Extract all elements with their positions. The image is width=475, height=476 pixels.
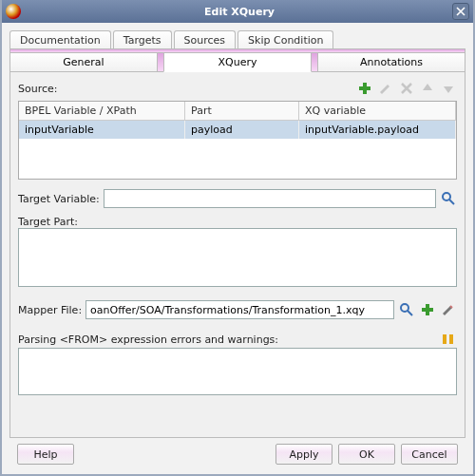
svg-rect-8 — [443, 334, 446, 344]
target-part-box[interactable] — [18, 228, 457, 287]
add-icon[interactable] — [356, 80, 373, 97]
move-down-icon[interactable] — [440, 80, 457, 97]
warnings-icon[interactable] — [440, 331, 457, 348]
secondary-tabs: Documentation Targets Sources Skip Condi… — [10, 30, 466, 49]
help-button[interactable]: Help — [17, 444, 74, 465]
edit-icon[interactable] — [377, 80, 394, 97]
target-variable-label: Target Variable: — [18, 193, 100, 205]
svg-rect-1 — [359, 86, 370, 90]
new-mapper-icon[interactable] — [419, 301, 436, 318]
mapper-file-label: Mapper File: — [18, 304, 82, 316]
tab-xquery[interactable]: XQuery — [163, 52, 312, 72]
svg-rect-7 — [422, 308, 433, 312]
cell-part: payload — [185, 121, 299, 139]
table-row[interactable]: inputVariable payload inputVariable.payl… — [19, 121, 456, 139]
col-bpel-header: BPEL Variable / XPath — [19, 102, 185, 121]
ok-button[interactable]: OK — [338, 444, 395, 465]
move-up-icon[interactable] — [419, 80, 436, 97]
edit-mapper-icon[interactable] — [440, 301, 457, 318]
primary-tabs: General XQuery Annotations — [10, 52, 466, 72]
cancel-button[interactable]: Cancel — [401, 444, 458, 465]
mapper-file-input[interactable] — [86, 300, 394, 319]
app-icon — [6, 4, 21, 19]
svg-point-4 — [401, 304, 408, 312]
col-part-header: Part — [185, 102, 299, 121]
target-part-label: Target Part: — [18, 216, 78, 228]
svg-rect-9 — [449, 334, 453, 344]
xquery-panel: Source: — [10, 72, 466, 438]
tab-documentation[interactable]: Documentation — [10, 30, 111, 49]
delete-icon[interactable] — [398, 80, 415, 97]
apply-button[interactable]: Apply — [276, 444, 332, 465]
dialog-window: Edit XQuery Documentation Targets Source… — [0, 0, 475, 476]
svg-line-5 — [408, 311, 412, 315]
col-xq-header: XQ variable — [299, 102, 456, 121]
window-close-button[interactable] — [452, 3, 469, 20]
svg-point-2 — [443, 193, 450, 200]
source-table[interactable]: BPEL Variable / XPath Part XQ variable i… — [18, 101, 457, 180]
tab-general[interactable]: General — [10, 52, 158, 72]
cell-xq: inputVariable.payload — [299, 121, 456, 139]
titlebar: Edit XQuery — [2, 0, 473, 23]
source-label: Source: — [18, 83, 58, 95]
cell-bpel: inputVariable — [19, 121, 185, 139]
dialog-buttons: Help Apply OK Cancel — [10, 438, 466, 472]
target-variable-input[interactable] — [104, 189, 436, 208]
parsing-label: Parsing <FROM> expression errors and war… — [18, 333, 278, 346]
window-title: Edit XQuery — [27, 6, 452, 18]
tab-skip-condition[interactable]: Skip Condition — [238, 30, 333, 49]
parsing-errors-box[interactable] — [18, 348, 457, 395]
browse-target-variable-icon[interactable] — [440, 190, 457, 207]
browse-mapper-icon[interactable] — [398, 301, 415, 318]
tab-sources[interactable]: Sources — [174, 30, 237, 49]
source-toolbar — [356, 80, 457, 97]
svg-line-3 — [449, 200, 454, 204]
tab-targets[interactable]: Targets — [113, 30, 172, 49]
tab-annotations[interactable]: Annotations — [317, 52, 466, 72]
